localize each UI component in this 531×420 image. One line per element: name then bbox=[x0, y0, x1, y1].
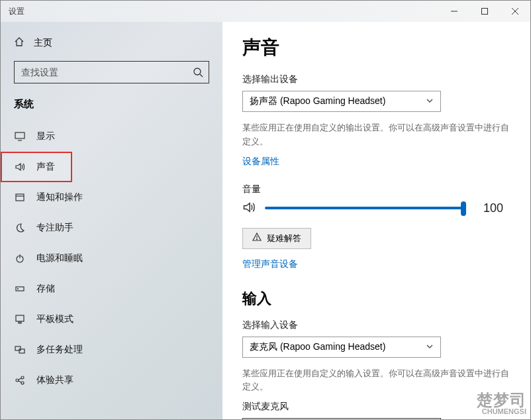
svg-rect-6 bbox=[15, 132, 24, 138]
power-icon bbox=[14, 252, 26, 264]
input-device-label: 选择输入设备 bbox=[242, 319, 510, 331]
volume-slider-thumb[interactable] bbox=[461, 201, 466, 216]
warning-icon bbox=[252, 233, 262, 244]
share-icon bbox=[14, 374, 26, 386]
svg-point-24 bbox=[257, 239, 258, 240]
sidebar-item-label: 电源和睡眠 bbox=[36, 252, 83, 264]
sidebar-item-shared[interactable]: 体验共享 bbox=[1, 365, 222, 395]
sidebar-item-label: 声音 bbox=[36, 161, 55, 173]
svg-rect-15 bbox=[19, 322, 21, 323]
search-icon bbox=[193, 67, 203, 78]
sidebar-item-label: 专注助手 bbox=[36, 222, 73, 234]
home-nav[interactable]: 主页 bbox=[1, 31, 222, 57]
maximize-button[interactable] bbox=[469, 1, 500, 22]
troubleshoot-button[interactable]: 疑难解答 bbox=[242, 228, 311, 249]
volume-slider[interactable] bbox=[265, 207, 463, 209]
input-device-value: 麦克风 (Rapoo Gaming Headset) bbox=[250, 341, 385, 353]
sidebar-item-multitask[interactable]: 多任务处理 bbox=[1, 335, 222, 365]
sidebar: 主页 系统 显示 声音 通知和操作 专注助手 bbox=[1, 22, 222, 419]
svg-line-5 bbox=[200, 74, 203, 77]
search-input[interactable] bbox=[21, 67, 193, 78]
notifications-icon bbox=[14, 191, 26, 203]
sidebar-item-label: 体验共享 bbox=[36, 374, 73, 386]
display-icon bbox=[14, 131, 26, 142]
volume-value: 100 bbox=[483, 201, 503, 215]
home-label: 主页 bbox=[34, 37, 52, 49]
speaker-icon bbox=[242, 201, 256, 216]
search-box[interactable] bbox=[14, 61, 209, 83]
sidebar-item-focus[interactable]: 专注助手 bbox=[1, 213, 222, 243]
manage-devices-link[interactable]: 管理声音设备 bbox=[242, 258, 298, 270]
volume-label: 音量 bbox=[242, 184, 510, 195]
svg-point-13 bbox=[18, 289, 19, 289]
home-icon bbox=[14, 36, 24, 49]
sidebar-item-label: 存储 bbox=[36, 283, 55, 295]
svg-rect-12 bbox=[16, 287, 24, 291]
svg-rect-16 bbox=[15, 346, 21, 350]
output-device-label: 选择输出设备 bbox=[242, 74, 510, 85]
tablet-icon bbox=[14, 313, 26, 325]
input-section-title: 输入 bbox=[242, 289, 510, 309]
sidebar-item-display[interactable]: 显示 bbox=[1, 121, 222, 152]
svg-line-22 bbox=[19, 381, 21, 382]
chevron-down-icon bbox=[426, 342, 434, 352]
sidebar-item-sound[interactable]: 声音 bbox=[1, 152, 72, 182]
troubleshoot-label: 疑难解答 bbox=[267, 233, 301, 244]
sidebar-item-label: 通知和操作 bbox=[36, 191, 83, 203]
page-title: 声音 bbox=[242, 35, 510, 60]
sidebar-item-label: 多任务处理 bbox=[36, 344, 83, 356]
window-title: 设置 bbox=[9, 6, 24, 17]
sound-icon bbox=[14, 161, 26, 173]
sidebar-item-label: 显示 bbox=[36, 131, 55, 142]
content-pane: 声音 选择输出设备 扬声器 (Rapoo Gaming Headset) 某些应… bbox=[222, 22, 530, 419]
svg-rect-1 bbox=[482, 9, 488, 15]
sidebar-group-title: 系统 bbox=[1, 93, 222, 121]
sidebar-item-storage[interactable]: 存储 bbox=[1, 274, 222, 304]
watermark-cn: 楚梦司 bbox=[477, 392, 526, 408]
output-desc: 某些应用正在使用自定义的输出设置。你可以在高级声音设置中进行自定义。 bbox=[242, 121, 510, 149]
sidebar-item-notifications[interactable]: 通知和操作 bbox=[1, 182, 222, 213]
minimize-button[interactable] bbox=[439, 1, 469, 22]
close-button[interactable] bbox=[500, 1, 530, 22]
sidebar-item-power[interactable]: 电源和睡眠 bbox=[1, 243, 222, 274]
svg-point-20 bbox=[21, 382, 24, 384]
chevron-down-icon bbox=[426, 96, 434, 107]
svg-point-4 bbox=[194, 68, 201, 75]
svg-rect-8 bbox=[16, 194, 24, 201]
output-device-select[interactable]: 扬声器 (Rapoo Gaming Headset) bbox=[242, 91, 441, 112]
sidebar-item-tablet[interactable]: 平板模式 bbox=[1, 304, 222, 335]
storage-icon bbox=[14, 283, 26, 295]
svg-point-19 bbox=[21, 376, 24, 379]
sidebar-item-label: 平板模式 bbox=[36, 313, 73, 325]
output-device-value: 扬声器 (Rapoo Gaming Headset) bbox=[250, 95, 385, 107]
multitask-icon bbox=[14, 344, 26, 356]
moon-icon bbox=[14, 222, 26, 234]
mic-test-label: 测试麦克风 bbox=[242, 401, 510, 413]
watermark-en: CHUMENGSI bbox=[482, 408, 526, 415]
svg-rect-17 bbox=[19, 349, 24, 353]
svg-rect-14 bbox=[16, 315, 24, 321]
input-device-select[interactable]: 麦克风 (Rapoo Gaming Headset) bbox=[242, 337, 441, 358]
svg-point-18 bbox=[16, 379, 19, 382]
svg-line-21 bbox=[19, 378, 21, 380]
input-desc: 某些应用正在使用自定义的输入设置。你可以在高级声音设置中进行自定义。 bbox=[242, 367, 510, 395]
device-properties-link[interactable]: 设备属性 bbox=[242, 156, 279, 168]
mic-test-meter bbox=[242, 418, 441, 419]
watermark: 楚梦司 CHUMENGSI bbox=[477, 392, 526, 415]
titlebar: 设置 bbox=[1, 1, 530, 22]
